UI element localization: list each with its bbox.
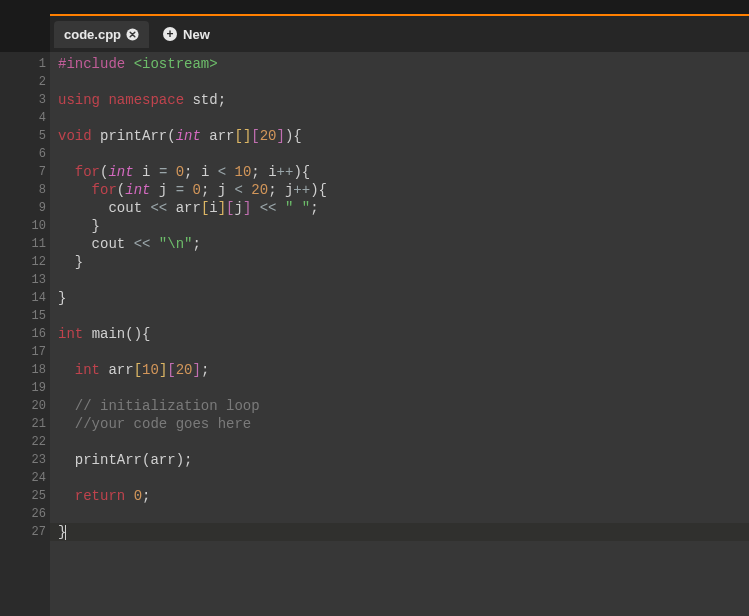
code-line	[58, 433, 749, 451]
line-number: 26	[0, 505, 50, 523]
code-line: #include <iostream>	[58, 55, 749, 73]
editor: 12345▾67▾8▾910111213141516▾1718192021222…	[0, 52, 749, 616]
code-line: // initialization loop	[58, 397, 749, 415]
line-number: 10	[0, 217, 50, 235]
tab-bar: code.cpp + New	[50, 16, 749, 52]
line-number: 8▾	[0, 181, 50, 199]
code-line: void printArr(int arr[][20]){	[58, 127, 749, 145]
line-number: 19	[0, 379, 50, 397]
code-line	[58, 73, 749, 91]
code-line: cout << "\n";	[58, 235, 749, 253]
line-number: 14	[0, 289, 50, 307]
code-line: cout << arr[i][j] << " ";	[58, 199, 749, 217]
line-number: 1	[0, 55, 50, 73]
code-line: int arr[10][20];	[58, 361, 749, 379]
line-number: 25	[0, 487, 50, 505]
line-number: 22	[0, 433, 50, 451]
code-line: //your code goes here	[58, 415, 749, 433]
new-tab-button[interactable]: + New	[153, 21, 220, 48]
line-number: 6	[0, 145, 50, 163]
line-number: 16▾	[0, 325, 50, 343]
line-number: 12	[0, 253, 50, 271]
code-line: for(int i = 0; i < 10; i++){	[58, 163, 749, 181]
tab-code-cpp[interactable]: code.cpp	[54, 21, 149, 48]
line-number: 2	[0, 73, 50, 91]
code-line: printArr(arr);	[58, 451, 749, 469]
code-line	[58, 343, 749, 361]
line-number: 24	[0, 469, 50, 487]
code-line: }	[58, 289, 749, 307]
line-number: 20	[0, 397, 50, 415]
code-line	[58, 307, 749, 325]
code-line: for(int j = 0; j < 20; j++){	[58, 181, 749, 199]
line-number: 15	[0, 307, 50, 325]
line-number: 11	[0, 235, 50, 253]
plus-icon: +	[163, 27, 177, 41]
close-icon[interactable]	[125, 27, 139, 41]
line-number: 3	[0, 91, 50, 109]
line-number: 4	[0, 109, 50, 127]
line-number: 9	[0, 199, 50, 217]
line-number: 18	[0, 361, 50, 379]
code-line: int main(){	[58, 325, 749, 343]
code-line	[58, 469, 749, 487]
code-line: using namespace std;	[58, 91, 749, 109]
code-area[interactable]: #include <iostream> using namespace std;…	[50, 52, 749, 616]
text-cursor	[65, 525, 66, 540]
line-number: 13	[0, 271, 50, 289]
line-number: 27	[0, 523, 50, 541]
code-line: }	[58, 253, 749, 271]
code-line	[58, 109, 749, 127]
line-gutter: 12345▾67▾8▾910111213141516▾1718192021222…	[0, 52, 50, 616]
new-tab-label: New	[183, 27, 210, 42]
line-number: 7▾	[0, 163, 50, 181]
code-line	[58, 271, 749, 289]
line-number: 23	[0, 451, 50, 469]
line-number: 5▾	[0, 127, 50, 145]
code-line: return 0;	[58, 487, 749, 505]
line-number: 17	[0, 343, 50, 361]
code-line	[58, 145, 749, 163]
code-line	[58, 379, 749, 397]
code-line: }	[50, 523, 749, 541]
code-line	[58, 505, 749, 523]
code-line: }	[58, 217, 749, 235]
tab-label: code.cpp	[64, 27, 121, 42]
line-number: 21	[0, 415, 50, 433]
